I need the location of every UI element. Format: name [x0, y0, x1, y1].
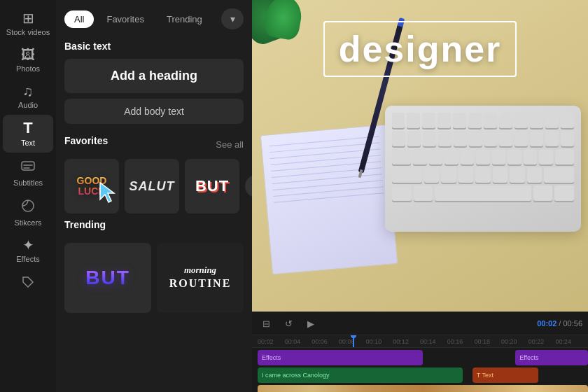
- ruler-mark: 00:10: [366, 338, 393, 345]
- brand-icon: [20, 274, 36, 292]
- ruler-mark: 00:18: [474, 338, 501, 345]
- designer-text: designer: [339, 29, 502, 69]
- tab-trending[interactable]: Trending: [157, 10, 212, 28]
- text-panel: All Favorites Trending ▾ Basic text Add …: [56, 0, 252, 392]
- text-icon: T: [23, 120, 32, 136]
- sidebar-item-brand[interactable]: [3, 269, 53, 300]
- svg-rect-0: [22, 162, 34, 170]
- track-content: I came across Canology T Text: [258, 368, 588, 383]
- favorites-next-button[interactable]: ›: [245, 175, 252, 197]
- filter-dropdown-button[interactable]: ▾: [221, 8, 244, 29]
- salut-text: SALUT: [130, 179, 175, 194]
- ruler-mark: 00:14: [420, 338, 447, 345]
- timeline: ⊟ ↺ ▶ 00:02 / 00:56 00:02 00:04 00:06 00…: [252, 312, 588, 392]
- add-heading-button[interactable]: Add a heading: [64, 59, 244, 93]
- timeline-ruler: 00:02 00:04 00:06 00:08 00:10 00:12 00:1…: [252, 335, 588, 348]
- sidebar-item-photos[interactable]: 🖼 Photos: [3, 42, 53, 78]
- favorites-section-header: Favorites See all: [64, 135, 244, 153]
- but-text-fav: BUT: [195, 177, 229, 195]
- sidebar-item-label: Text: [21, 139, 35, 147]
- sidebar-item-label: Stikcers: [14, 218, 41, 227]
- effects-clip-right[interactable]: Effects: [515, 350, 588, 365]
- ruler-mark: 00:12: [393, 338, 420, 345]
- tab-favorites[interactable]: Favorites: [97, 10, 153, 28]
- sidebar-item-label: Photos: [16, 64, 40, 73]
- tab-all[interactable]: All: [64, 10, 94, 28]
- keyboard: [385, 106, 581, 232]
- video-clip[interactable]: [258, 385, 588, 392]
- but-trending-text: BUT: [85, 267, 130, 289]
- timeline-undo-button[interactable]: ↺: [280, 315, 297, 332]
- sidebar-item-stock-videos[interactable]: ⊞ Stock videos: [3, 6, 53, 42]
- notebook: [260, 125, 398, 275]
- audio-icon: ♫: [23, 84, 34, 98]
- panel-content: Basic text Add a heading Add body text F…: [56, 35, 252, 392]
- effects-track: Effects Effects: [252, 350, 588, 365]
- timeline-play-button[interactable]: ▶: [302, 315, 319, 332]
- sidebar-item-label: Subtitles: [13, 178, 43, 187]
- good-luck-item[interactable]: GOODLUCK: [64, 159, 119, 214]
- morning-routine-text: morningROUTINE: [169, 265, 232, 291]
- came-across-track: I came across Canology T Text: [252, 368, 588, 383]
- designer-text-overlay[interactable]: designer: [252, 21, 588, 77]
- morning-routine-item[interactable]: morningROUTINE: [157, 243, 244, 313]
- timeline-current-time: 00:02: [537, 319, 556, 328]
- trending-title: Trending: [64, 219, 106, 230]
- sidebar-item-stickers[interactable]: Stikcers: [3, 192, 53, 232]
- sidebar-item-label: Audio: [18, 101, 38, 109]
- trending-row: BUT morningROUTINE: [64, 243, 244, 313]
- main-area: designer ⊟ ↺ ▶ 00:02 / 00:56 00:02 00:04…: [252, 0, 588, 392]
- see-all-link[interactable]: See all: [216, 139, 244, 150]
- ruler-mark: 00:24: [555, 338, 582, 345]
- sidebar: ⊞ Stock videos 🖼 Photos ♫ Audio T Text S…: [0, 0, 56, 392]
- sidebar-item-subtitles[interactable]: Subtitles: [3, 153, 53, 192]
- text-clip[interactable]: T Text: [472, 368, 538, 383]
- favorites-title: Favorites: [64, 135, 108, 146]
- track-content: Effects Effects: [258, 350, 588, 365]
- sidebar-item-label: Stock videos: [6, 28, 50, 36]
- ruler-mark: 00:06: [312, 338, 339, 345]
- add-body-text-button[interactable]: Add body text: [64, 99, 244, 124]
- sidebar-item-text[interactable]: T Text: [3, 115, 53, 153]
- filter-tabs: All Favorites Trending ▾: [56, 0, 252, 35]
- track-label: [252, 368, 258, 383]
- but-trending-item[interactable]: BUT: [64, 243, 151, 313]
- sidebar-item-audio[interactable]: ♫ Audio: [3, 78, 53, 115]
- sidebar-item-label: Effects: [16, 255, 39, 263]
- ruler-mark: 00:16: [447, 338, 475, 345]
- timeline-toolbar: ⊟ ↺ ▶ 00:02 / 00:56: [252, 312, 588, 335]
- timeline-time: 00:02 / 00:56: [537, 319, 582, 328]
- trending-section-header: Trending: [64, 219, 244, 237]
- basic-text-title: Basic text: [64, 41, 244, 52]
- designer-text-box: designer: [323, 21, 517, 77]
- track-content: [258, 385, 588, 392]
- ruler-mark: 00:22: [528, 338, 556, 345]
- subtitles-icon: [20, 158, 36, 176]
- track-label: [252, 385, 258, 392]
- effects-clip-left[interactable]: Effects: [258, 350, 423, 365]
- sidebar-item-effects[interactable]: ✦ Effects: [3, 232, 53, 269]
- desk-scene: designer: [252, 0, 588, 312]
- good-luck-text: GOODLUCK: [77, 176, 107, 197]
- but-fav-item[interactable]: BUT: [185, 159, 239, 214]
- video-track: [252, 385, 588, 392]
- playhead[interactable]: [353, 335, 354, 347]
- effects-icon: ✦: [22, 238, 34, 252]
- tracks: Effects Effects I came across Canology T…: [252, 348, 588, 392]
- salut-item[interactable]: SALUT: [125, 159, 179, 214]
- stickers-icon: [20, 198, 36, 216]
- stock-videos-icon: ⊞: [22, 11, 34, 25]
- timeline-grid-button[interactable]: ⊟: [258, 315, 274, 332]
- timeline-tracks-area: 00:02 00:04 00:06 00:08 00:10 00:12 00:1…: [252, 335, 588, 392]
- timeline-total-time: 00:56: [563, 319, 582, 328]
- ruler-mark: 00:04: [285, 338, 312, 345]
- ruler-mark: 00:20: [501, 338, 528, 345]
- ruler-mark: 00:02: [258, 338, 285, 345]
- came-across-clip[interactable]: I came across Canology: [258, 368, 463, 383]
- track-label: [252, 350, 258, 365]
- photos-icon: 🖼: [21, 48, 35, 62]
- canvas-area[interactable]: designer: [252, 0, 588, 312]
- favorites-row: GOODLUCK SALUT BUT ›: [64, 159, 244, 214]
- basic-text-section: Basic text Add a heading Add body text: [64, 41, 244, 124]
- ruler-marks: 00:02 00:04 00:06 00:08 00:10 00:12 00:1…: [258, 338, 582, 345]
